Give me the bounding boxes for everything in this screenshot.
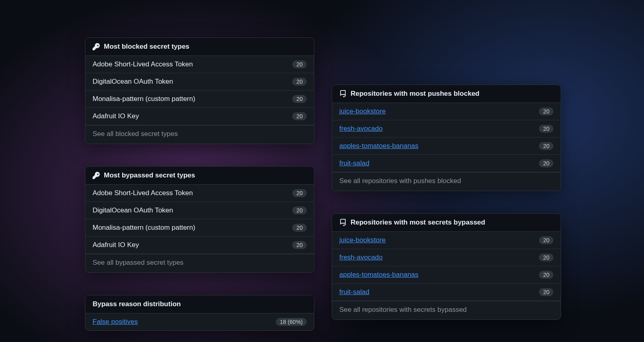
- count-badge: 20: [539, 253, 553, 262]
- repo-link[interactable]: apples-tomatoes-bananas: [339, 142, 419, 150]
- list-item: Adobe Short-Lived Access Token 20: [85, 185, 314, 202]
- secret-type-label: Adafruit IO Key: [93, 112, 139, 120]
- see-all-link[interactable]: See all repositories with secrets bypass…: [332, 301, 561, 319]
- see-all-link[interactable]: See all bypassed secret types: [85, 254, 314, 272]
- see-all-link[interactable]: See all blocked secret types: [85, 125, 314, 144]
- key-icon: [93, 43, 100, 50]
- card-header: Bypass reason distribution: [85, 295, 314, 313]
- count-badge: 20: [292, 60, 307, 68]
- secret-type-label: Monalisa-pattern (custom pattern): [93, 95, 195, 103]
- card-title: Repositories with most pushes blocked: [351, 90, 479, 98]
- card-header: Most blocked secret types: [85, 38, 314, 56]
- count-badge: 20: [292, 95, 307, 103]
- card-title: Repositories with most secrets bypassed: [351, 218, 485, 227]
- list-item: juice-bookstore 20: [332, 232, 561, 249]
- count-badge: 20: [539, 125, 553, 133]
- count-badge: 20: [539, 142, 553, 150]
- count-badge: 20: [539, 236, 553, 244]
- count-badge: 20: [292, 241, 307, 249]
- count-badge: 20: [292, 206, 307, 214]
- repo-link[interactable]: fresh-avocado: [339, 253, 383, 262]
- card-repos-pushes-blocked: Repositories with most pushes blocked ju…: [332, 84, 561, 191]
- list-item: apples-tomatoes-bananas 20: [332, 138, 561, 155]
- count-badge: 20: [539, 271, 553, 279]
- card-header: Repositories with most secrets bypassed: [332, 214, 561, 232]
- secret-type-label: Adobe Short-Lived Access Token: [93, 189, 193, 197]
- card-header: Repositories with most pushes blocked: [332, 85, 561, 103]
- list-item: fresh-avocado 20: [332, 249, 561, 266]
- count-badge: 20: [539, 159, 553, 167]
- list-item: DigitalOcean OAuth Token 20: [85, 202, 314, 219]
- card-repos-secrets-bypassed: Repositories with most secrets bypassed …: [332, 213, 561, 320]
- count-badge: 20: [292, 189, 307, 197]
- count-badge: 20: [292, 78, 307, 86]
- key-icon: [93, 172, 100, 179]
- count-badge: 20: [292, 112, 307, 120]
- repo-link[interactable]: juice-bookstore: [339, 236, 386, 244]
- repo-link[interactable]: fresh-avocado: [339, 125, 383, 133]
- repo-icon: [339, 219, 347, 226]
- list-item: Adafruit IO Key 20: [85, 237, 314, 254]
- count-badge: 20: [539, 288, 553, 296]
- card-bypassed-secret-types: Most bypassed secret types Adobe Short-L…: [85, 166, 314, 273]
- count-badge: 20: [292, 224, 307, 232]
- list-item: juice-bookstore 20: [332, 103, 561, 120]
- see-all-link[interactable]: See all repositories with pushes blocked: [332, 172, 561, 191]
- secret-type-label: Monalisa-pattern (custom pattern): [93, 224, 195, 232]
- secret-type-label: Adafruit IO Key: [93, 241, 139, 249]
- list-item: fruit-salad 20: [332, 155, 561, 172]
- card-title: Most blocked secret types: [104, 43, 190, 51]
- repo-link[interactable]: apples-tomatoes-bananas: [339, 271, 419, 279]
- secret-type-label: DigitalOcean OAuth Token: [93, 206, 173, 214]
- card-bypass-reason: Bypass reason distribution False positiv…: [85, 295, 314, 331]
- list-item: Monalisa-pattern (custom pattern) 20: [85, 219, 314, 237]
- count-badge: 18 (60%): [276, 318, 307, 326]
- repo-link[interactable]: fruit-salad: [339, 159, 369, 167]
- repo-icon: [339, 90, 347, 97]
- list-item: Adobe Short-Lived Access Token 20: [85, 56, 314, 73]
- repo-link[interactable]: juice-bookstore: [339, 107, 386, 115]
- card-blocked-secret-types: Most blocked secret types Adobe Short-Li…: [85, 37, 314, 144]
- list-item: False positives 18 (60%): [85, 313, 314, 330]
- bypass-reason-link[interactable]: False positives: [93, 318, 138, 326]
- list-item: fruit-salad 20: [332, 284, 561, 301]
- card-header: Most bypassed secret types: [85, 167, 314, 185]
- secret-type-label: Adobe Short-Lived Access Token: [93, 60, 193, 68]
- card-title: Most bypassed secret types: [104, 171, 195, 179]
- list-item: Adafruit IO Key 20: [85, 108, 314, 125]
- list-item: apples-tomatoes-bananas 20: [332, 266, 561, 284]
- secret-type-label: DigitalOcean OAuth Token: [93, 78, 173, 86]
- card-title: Bypass reason distribution: [93, 300, 181, 308]
- count-badge: 20: [539, 107, 553, 115]
- list-item: Monalisa-pattern (custom pattern) 20: [85, 91, 314, 108]
- list-item: DigitalOcean OAuth Token 20: [85, 73, 314, 91]
- list-item: fresh-avocado 20: [332, 120, 561, 138]
- repo-link[interactable]: fruit-salad: [339, 288, 369, 296]
